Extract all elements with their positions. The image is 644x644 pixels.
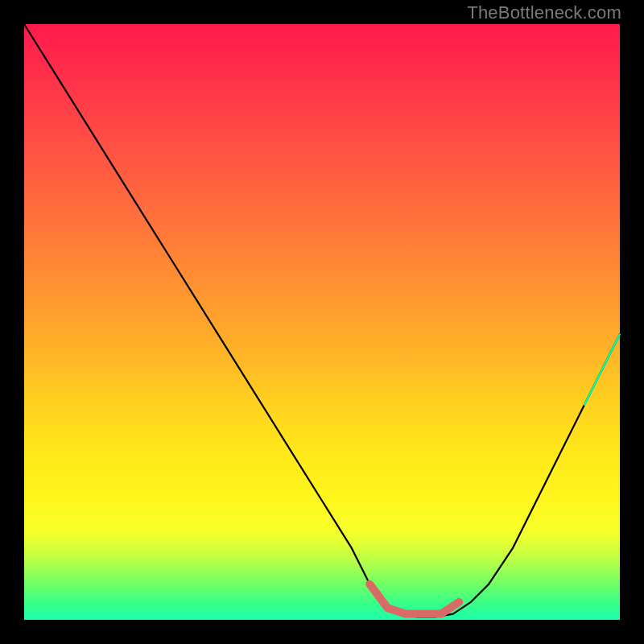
gradient-plot-area <box>24 24 620 620</box>
bottleneck-curve <box>24 24 620 617</box>
watermark-text: TheBottleneck.com <box>467 2 621 23</box>
optimal-region-marker <box>369 584 459 614</box>
chart-frame: TheBottleneck.com <box>0 0 644 644</box>
curve-layer <box>24 24 620 620</box>
bottleneck-curve-accent <box>584 334 620 406</box>
